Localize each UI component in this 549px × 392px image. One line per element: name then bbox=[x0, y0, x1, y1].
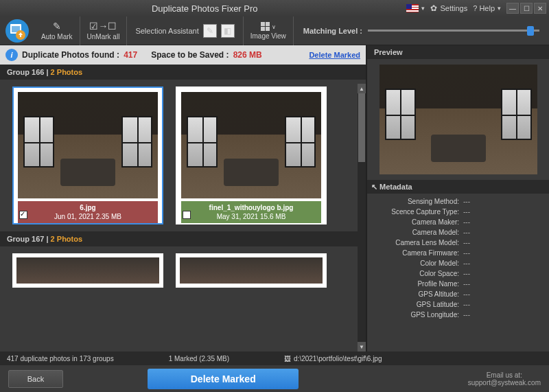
metadata-row: Camera Lens Model:--- bbox=[367, 238, 549, 248]
photo-thumbnail[interactable] bbox=[18, 92, 158, 198]
maximize-button[interactable]: ☐ bbox=[520, 3, 533, 14]
group-photos-label: Photos bbox=[57, 235, 82, 243]
help-link[interactable]: ? Help bbox=[473, 4, 495, 12]
photo-card[interactable]: finel_1_withouylogo b.jpg May 31, 2021 1… bbox=[176, 87, 327, 224]
help-dropdown[interactable]: ▾ bbox=[498, 5, 501, 12]
metadata-value: --- bbox=[463, 249, 470, 257]
metadata-key: Camera Lens Model: bbox=[374, 239, 463, 246]
status-path: 🖼 d:\2021\portfolio\test\gif\6.jpg bbox=[284, 355, 382, 362]
metadata-key: Camera Model: bbox=[374, 229, 463, 236]
metadata-value: --- bbox=[463, 260, 470, 267]
metadata-value: --- bbox=[463, 198, 470, 205]
metadata-key: Color Space: bbox=[374, 270, 463, 277]
cursor-icon: ↖ bbox=[371, 183, 377, 192]
group-name: Group 167 bbox=[7, 235, 44, 243]
delete-marked-link[interactable]: Delete Marked bbox=[309, 51, 360, 59]
image-view-button[interactable]: ∨ Image View bbox=[244, 16, 294, 45]
matching-level: Matching Level : bbox=[294, 27, 549, 35]
photo-thumbnail[interactable] bbox=[181, 92, 321, 198]
scroll-thumb[interactable] bbox=[358, 93, 365, 162]
file-icon: 🖼 bbox=[284, 355, 291, 362]
scroll-down-button[interactable]: ▼ bbox=[358, 342, 366, 351]
preview-header: Preview bbox=[367, 45, 549, 59]
photo-meta: Jun 01, 2021 2.35 MB bbox=[21, 213, 155, 220]
minimize-button[interactable]: — bbox=[506, 3, 519, 14]
image-view-label: Image View bbox=[250, 32, 286, 40]
group-name: Group 166 bbox=[7, 68, 44, 76]
metadata-row: Color Space:--- bbox=[367, 268, 549, 279]
app-logo bbox=[0, 16, 34, 45]
matching-level-label: Matching Level : bbox=[303, 27, 362, 35]
photo-card-selected[interactable]: 6.jpg Jun 01, 2021 2.35 MB bbox=[12, 87, 163, 224]
metadata-row: Camera Model:--- bbox=[367, 227, 549, 238]
unmark-icon: ☑→☐ bbox=[89, 21, 117, 32]
chevron-down-icon: ∨ bbox=[272, 24, 276, 30]
group-header: Group 166 | 2 Photos bbox=[0, 65, 366, 80]
support-email[interactable]: support@systweak.com bbox=[468, 379, 541, 387]
sel-tool-1-button[interactable]: ✎ bbox=[203, 24, 217, 38]
metadata-key: GPS Latitude: bbox=[374, 301, 463, 308]
metadata-row: GPS Altitude:--- bbox=[367, 289, 549, 299]
group-count: 2 bbox=[51, 68, 55, 76]
unmark-all-label: UnMark all bbox=[87, 33, 120, 41]
metadata-key: Sensing Method: bbox=[374, 198, 463, 205]
metadata-row: Color Model:--- bbox=[367, 258, 549, 268]
metadata-row: Sensing Method:--- bbox=[367, 196, 549, 207]
app-title: Duplicate Photos Fixer Pro bbox=[3, 3, 406, 14]
metadata-panel: Sensing Method:---Scence Capture Type:--… bbox=[367, 194, 549, 351]
sel-tool-2-button[interactable]: ◧ bbox=[221, 24, 235, 38]
flag-icon[interactable] bbox=[406, 4, 419, 12]
unmark-all-button[interactable]: ☑→☐ UnMark all bbox=[80, 16, 128, 45]
save-value: 826 MB bbox=[233, 50, 262, 60]
stats-bar: i Duplicate Photos found : 417 Space to … bbox=[0, 45, 366, 65]
settings-icon[interactable]: ✿ bbox=[430, 3, 437, 13]
wand-icon: ✎ bbox=[53, 21, 61, 32]
settings-link[interactable]: Settings bbox=[440, 4, 467, 12]
status-marked: 1 Marked (2.35 MB) bbox=[169, 355, 229, 362]
photo-thumbnail[interactable] bbox=[16, 257, 159, 284]
matching-level-slider[interactable] bbox=[368, 30, 539, 32]
metadata-value: --- bbox=[463, 208, 470, 216]
photo-thumbnail[interactable] bbox=[180, 257, 323, 284]
metadata-value: --- bbox=[463, 239, 470, 246]
results-panel: Group 166 | 2 Photos 6.jpg Jun 01, 2021 … bbox=[0, 65, 366, 351]
found-label: Duplicate Photos found : bbox=[22, 50, 119, 60]
photo-caption: 6.jpg Jun 01, 2021 2.35 MB bbox=[18, 201, 158, 223]
metadata-value: --- bbox=[463, 218, 470, 226]
info-icon: i bbox=[5, 49, 18, 61]
auto-mark-button[interactable]: ✎ Auto Mark bbox=[34, 16, 80, 45]
toolbar: ✎ Auto Mark ☑→☐ UnMark all Selection Ass… bbox=[0, 16, 549, 45]
scroll-up-button[interactable]: ▲ bbox=[358, 84, 366, 93]
metadata-row: Camera Firmware:--- bbox=[367, 248, 549, 258]
close-button[interactable]: ✕ bbox=[534, 3, 546, 14]
metadata-value: --- bbox=[463, 311, 470, 319]
lang-dropdown[interactable]: ▾ bbox=[421, 5, 425, 12]
save-label: Space to be Saved : bbox=[151, 50, 229, 60]
slider-thumb[interactable] bbox=[527, 26, 534, 36]
metadata-value: --- bbox=[463, 229, 470, 236]
metadata-row: Camera Maker:--- bbox=[367, 217, 549, 227]
selection-assistant-label: Selection Assistant bbox=[135, 27, 198, 35]
metadata-key: GPS Longitude: bbox=[374, 311, 463, 319]
metadata-key: Camera Maker: bbox=[374, 218, 463, 226]
photo-checkbox[interactable] bbox=[19, 211, 27, 219]
selection-assistant: Selection Assistant ✎ ◧ bbox=[127, 16, 243, 45]
metadata-key: Camera Firmware: bbox=[374, 249, 463, 257]
photo-caption: finel_1_withouylogo b.jpg May 31, 2021 1… bbox=[181, 201, 321, 223]
metadata-key: Scence Capture Type: bbox=[374, 208, 463, 216]
bottom-bar: Back Delete Marked Email us at: support@… bbox=[0, 365, 549, 392]
photo-meta: May 31, 2021 15.6 MB bbox=[184, 213, 318, 220]
metadata-row: GPS Longitude:--- bbox=[367, 310, 549, 320]
status-summary: 417 duplicate photos in 173 groups bbox=[7, 355, 114, 362]
metadata-row: Profile Name:--- bbox=[367, 279, 549, 289]
metadata-value: --- bbox=[463, 290, 470, 298]
photo-checkbox[interactable] bbox=[183, 211, 191, 219]
scrollbar[interactable]: ▲ ▼ bbox=[358, 84, 366, 351]
photo-card[interactable] bbox=[176, 253, 327, 288]
delete-marked-button[interactable]: Delete Marked bbox=[148, 369, 299, 389]
metadata-value: --- bbox=[463, 301, 470, 308]
found-count: 417 bbox=[124, 50, 137, 60]
group-photos-label: Photos bbox=[57, 68, 82, 76]
back-button[interactable]: Back bbox=[8, 370, 63, 388]
photo-card[interactable] bbox=[12, 253, 163, 288]
